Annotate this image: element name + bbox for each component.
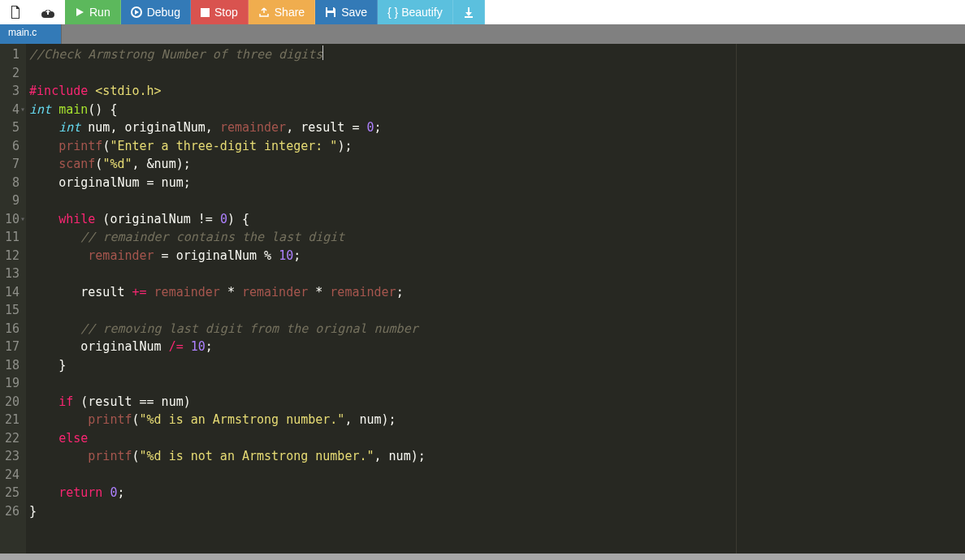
line-number: 8	[5, 174, 19, 192]
code-token: else	[58, 431, 88, 446]
line-number: 16	[5, 320, 19, 338]
code-token: }	[29, 504, 37, 519]
code-token: , &num);	[132, 157, 191, 171]
download-icon	[463, 6, 474, 18]
stop-button[interactable]: Stop	[191, 0, 249, 24]
line-number: 19	[5, 374, 19, 393]
svg-rect-3	[327, 13, 334, 17]
upload-button[interactable]	[32, 0, 65, 24]
line-number: 22	[5, 429, 19, 448]
svg-rect-1	[201, 8, 210, 17]
code-area[interactable]: //Check Armstrong Number of three digits…	[26, 44, 965, 554]
line-number: 20	[5, 393, 19, 411]
line-number: 23	[5, 447, 19, 466]
code-token: remainder	[330, 285, 396, 299]
svg-rect-2	[327, 7, 333, 11]
line-number: 4	[5, 101, 19, 119]
debug-icon	[131, 6, 142, 18]
svg-rect-4	[465, 16, 473, 18]
code-token: originalNum = num;	[29, 175, 191, 190]
code-token: "%d"	[102, 157, 132, 171]
code-token: result	[29, 285, 132, 299]
play-icon	[75, 7, 84, 17]
code-token	[147, 285, 154, 299]
line-number: 24	[5, 466, 19, 485]
code-token: ;	[396, 285, 404, 299]
code-editor[interactable]: 1 2 3 4 5 6 7 8 9 10 11 12 13 14 15 16 1…	[0, 44, 965, 554]
code-token: // remainder contains the last digit	[80, 230, 344, 244]
line-number: 15	[5, 301, 19, 320]
code-token: = originalNum %	[154, 248, 279, 263]
code-token: <stdio.h>	[95, 84, 161, 98]
line-number: 11	[5, 228, 19, 247]
code-token: "%d is an Armstrong number."	[140, 412, 345, 427]
debug-label: Debug	[147, 6, 180, 19]
code-token: // removing last digit from the orignal …	[80, 321, 418, 336]
download-button[interactable]	[453, 0, 485, 24]
tab-main-c[interactable]: main.c	[0, 24, 62, 44]
line-number: 12	[5, 247, 19, 265]
line-number: 25	[5, 484, 19, 502]
share-label: Share	[275, 6, 305, 19]
save-button[interactable]: Save	[315, 0, 378, 24]
save-label: Save	[341, 6, 367, 19]
code-token: while	[58, 212, 95, 226]
code-token: if	[58, 394, 73, 409]
tab-label: main.c	[8, 27, 37, 38]
beautify-label: { } Beautify	[387, 6, 443, 19]
code-token: printf	[58, 139, 102, 153]
code-token: int	[29, 102, 51, 117]
code-token	[184, 339, 191, 354]
line-number: 13	[5, 265, 19, 283]
code-token: *	[220, 285, 242, 299]
code-token: printf	[88, 412, 132, 427]
code-token: return	[58, 485, 102, 500]
run-label: Run	[89, 6, 110, 19]
print-margin	[736, 44, 737, 554]
code-token: +=	[132, 285, 147, 299]
bottom-bar	[0, 554, 965, 560]
code-token: originalNum	[29, 339, 169, 354]
line-number: 2	[5, 64, 19, 83]
code-token: int	[58, 120, 80, 135]
code-token: 10	[191, 339, 206, 354]
share-button[interactable]: Share	[249, 0, 315, 24]
new-file-button[interactable]	[0, 0, 32, 24]
code-token: (originalNum !=	[95, 212, 220, 226]
tab-bar: main.c	[0, 24, 965, 44]
beautify-button[interactable]: { } Beautify	[378, 0, 453, 24]
line-number: 6	[5, 137, 19, 156]
code-token: ;	[117, 485, 124, 500]
code-token: remainder	[88, 248, 154, 263]
line-number: 26	[5, 502, 19, 521]
code-token: remainder	[242, 285, 308, 299]
line-number: 17	[5, 338, 19, 356]
code-token: ) {	[227, 212, 249, 226]
code-token: () {	[88, 102, 117, 117]
upload-icon	[41, 6, 54, 18]
debug-button[interactable]: Debug	[121, 0, 191, 24]
toolbar: Run Debug Stop Share Save { } Beautify	[0, 0, 965, 24]
code-token: printf	[88, 449, 132, 463]
code-token: , num);	[344, 412, 396, 427]
code-token: , result =	[286, 120, 366, 135]
code-token: main	[51, 102, 88, 117]
line-number: 5	[5, 118, 19, 137]
code-token: "%d is not an Armstrong number."	[140, 449, 374, 463]
line-number: 1	[5, 45, 19, 64]
line-number: 7	[5, 155, 19, 174]
line-number: 18	[5, 356, 19, 375]
code-token: remainder	[154, 285, 220, 299]
code-token: 0	[220, 212, 227, 226]
code-token: ;	[374, 120, 382, 135]
code-token: (result == num)	[73, 394, 191, 409]
code-token: }	[29, 358, 66, 373]
code-token: , num);	[374, 449, 426, 463]
code-token: remainder	[220, 120, 286, 135]
line-number: 10	[5, 210, 19, 229]
code-token: //Check Armstrong Number of three digits	[29, 47, 322, 62]
run-button[interactable]: Run	[65, 0, 121, 24]
save-icon	[325, 6, 336, 18]
stop-icon	[201, 8, 210, 17]
code-token: 10	[279, 248, 293, 263]
